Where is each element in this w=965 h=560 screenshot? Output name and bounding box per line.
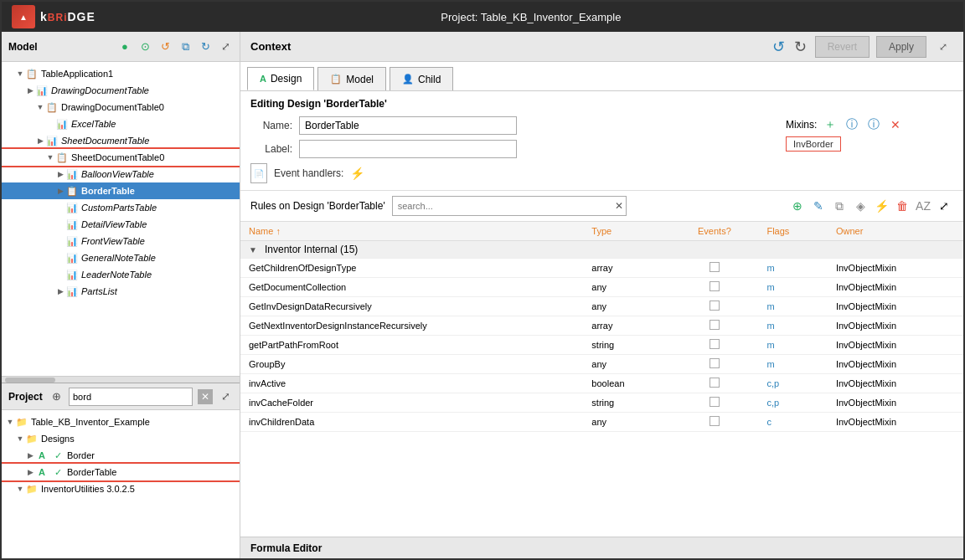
context-expand-icon[interactable]: ⤢ xyxy=(933,37,953,57)
project-item-inventorutilities[interactable]: ▼ 📁 InventorUtilities 3.0.2.5 xyxy=(2,480,240,497)
tree-toggle[interactable]: ▼ xyxy=(35,103,45,111)
checkbox-icon[interactable] xyxy=(710,262,720,272)
tree-item-frontviewtable[interactable]: 📊 FrontViewTable xyxy=(2,233,240,249)
checkbox-icon[interactable] xyxy=(710,301,720,311)
formula-label: Formula Editor xyxy=(250,542,322,554)
tree-item-drawingdocumenttable0[interactable]: ▼ 📋 DrawingDocumentTable0 xyxy=(2,99,240,116)
tree-item-tableapplication1[interactable]: ▼ 📋 TableApplication1 xyxy=(2,65,240,82)
project-item-designs[interactable]: ▼ 📁 Designs xyxy=(2,430,240,447)
rule-events[interactable] xyxy=(670,393,758,413)
col-flags[interactable]: Flags xyxy=(758,222,827,241)
tree-item-bordertable[interactable]: ▶ 📋 BorderTable xyxy=(2,182,240,199)
group-inventor-internal[interactable]: ▼ Inventor Internal (15) xyxy=(240,241,963,259)
table-row: GetDocumentCollection any m InvObjectMix… xyxy=(240,278,963,297)
project-item-border[interactable]: ▶ A ✓ Border xyxy=(2,447,240,464)
bolt-icon[interactable]: ⚡ xyxy=(350,167,364,180)
rule-events[interactable] xyxy=(670,374,758,393)
project-item-bordertable[interactable]: ▶ A ✓ BorderTable xyxy=(2,464,240,480)
rule-events[interactable] xyxy=(670,297,758,316)
model-expand-icon[interactable]: ⤢ xyxy=(218,39,233,54)
rule-events[interactable] xyxy=(670,259,758,278)
tab-model[interactable]: 📋 Model xyxy=(317,67,386,90)
tree-item-partslist[interactable]: ▶ 📊 PartsList xyxy=(2,283,240,300)
tree-toggle[interactable]: ▼ xyxy=(15,485,25,493)
checkbox-icon[interactable] xyxy=(710,416,720,426)
rule-events[interactable] xyxy=(670,413,758,432)
rules-search-clear-icon[interactable]: ✕ xyxy=(615,200,623,212)
tree-item-custompartstable[interactable]: 📊 CustomPartsTable xyxy=(2,199,240,216)
col-name[interactable]: Name ↑ xyxy=(240,222,583,241)
model-scrollbar[interactable] xyxy=(2,376,240,383)
rules-expand-icon[interactable]: ⤢ xyxy=(935,197,953,215)
tree-toggle[interactable]: ▶ xyxy=(55,187,65,195)
rules-search-input[interactable] xyxy=(392,196,627,216)
project-search-input[interactable] xyxy=(69,388,193,406)
checkbox-icon[interactable] xyxy=(710,320,720,330)
tree-item-sheetdocumenttable[interactable]: ▶ 📊 SheetDocumentTable xyxy=(2,132,240,149)
tree-label: DetailViewTable xyxy=(81,219,147,229)
project-search-clear[interactable]: ✕ xyxy=(198,389,213,404)
tree-toggle[interactable]: ▼ xyxy=(15,434,25,443)
project-item-root[interactable]: ▼ 📁 Table_KB_Inventor_Example xyxy=(2,414,240,430)
context-redo-icon[interactable]: ↻ xyxy=(793,39,808,54)
tab-design[interactable]: A Design xyxy=(247,67,314,90)
doc-icon[interactable]: 📄 xyxy=(250,163,267,183)
rule-events[interactable] xyxy=(670,355,758,374)
checkbox-icon[interactable] xyxy=(710,358,720,368)
group-toggle-icon[interactable]: ▼ xyxy=(249,245,257,254)
design-tabs: A Design 📋 Model 👤 Child xyxy=(240,62,963,91)
mixin-up-icon[interactable]: ⓘ xyxy=(844,116,860,133)
tree-toggle[interactable]: ▶ xyxy=(55,287,65,295)
rules-copy-icon[interactable]: ⧉ xyxy=(830,197,849,215)
project-icon-btn[interactable]: ⊕ xyxy=(49,389,64,404)
context-undo-icon[interactable]: ↺ xyxy=(771,39,787,54)
rule-events[interactable] xyxy=(670,278,758,297)
checkbox-icon[interactable] xyxy=(710,281,720,291)
tree-item-exceltable[interactable]: 📊 ExcelTable xyxy=(2,116,240,132)
tree-item-generalnotetable[interactable]: 📊 GeneralNoteTable xyxy=(2,249,240,266)
mixin-tag-invborder[interactable]: InvBorder xyxy=(786,136,841,152)
tree-item-sheetdocumenttable0[interactable]: ▼ 📋 SheetDocumentTable0 xyxy=(2,149,240,166)
mixin-info-icon[interactable]: ⓘ xyxy=(865,116,882,133)
tree-item-balloonviewtable[interactable]: ▶ 📊 BalloonViewTable xyxy=(2,166,240,182)
col-type[interactable]: Type xyxy=(583,222,670,241)
tree-item-leadernotetable[interactable]: 📊 LeaderNoteTable xyxy=(2,266,240,283)
tree-toggle[interactable]: ▶ xyxy=(25,86,35,95)
rules-sort-az-icon[interactable]: AZ xyxy=(914,197,932,215)
tree-toggle[interactable]: ▶ xyxy=(25,468,35,476)
checkbox-icon[interactable] xyxy=(710,378,720,388)
checkbox-icon[interactable] xyxy=(710,339,720,349)
rules-delete-icon[interactable]: 🗑 xyxy=(893,197,911,215)
balloon-icon: 📊 xyxy=(65,167,79,181)
tree-toggle[interactable]: ▼ xyxy=(45,153,55,162)
tree-toggle[interactable]: ▶ xyxy=(35,136,45,145)
tree-toggle[interactable]: ▼ xyxy=(5,418,15,426)
rules-move-icon[interactable]: ◈ xyxy=(851,197,870,215)
tree-item-detailviewtable[interactable]: 📊 DetailViewTable xyxy=(2,216,240,233)
tree-item-drawingdocumenttable[interactable]: ▶ 📊 DrawingDocumentTable xyxy=(2,82,240,99)
mixin-remove-icon[interactable]: ✕ xyxy=(887,116,904,133)
name-input[interactable] xyxy=(299,116,517,135)
model-copy-icon[interactable]: ⧉ xyxy=(178,39,193,54)
rules-edit-icon[interactable]: ✎ xyxy=(809,197,828,215)
rule-events[interactable] xyxy=(670,336,758,355)
model-undo-icon[interactable]: ↺ xyxy=(157,39,173,54)
rules-bolt-icon[interactable]: ⚡ xyxy=(872,197,890,215)
tree-toggle[interactable]: ▼ xyxy=(15,69,25,78)
project-expand-icon[interactable]: ⤢ xyxy=(218,389,233,404)
col-owner[interactable]: Owner xyxy=(828,222,963,241)
tab-child[interactable]: 👤 Child xyxy=(390,67,453,90)
label-input[interactable] xyxy=(299,140,517,158)
tree-toggle[interactable]: ▶ xyxy=(55,170,65,178)
mixin-add-icon[interactable]: ＋ xyxy=(822,116,839,133)
apply-button[interactable]: Apply xyxy=(876,36,926,58)
model-add-icon[interactable]: ● xyxy=(117,39,132,54)
checkbox-icon[interactable] xyxy=(710,397,720,407)
model-circle-icon[interactable]: ⊙ xyxy=(137,39,152,54)
col-events[interactable]: Events? xyxy=(670,222,758,241)
revert-button[interactable]: Revert xyxy=(815,36,870,58)
model-refresh-icon[interactable]: ↻ xyxy=(198,39,213,54)
tree-toggle[interactable]: ▶ xyxy=(25,451,35,460)
rules-add-icon[interactable]: ⊕ xyxy=(788,197,807,215)
rule-events[interactable] xyxy=(670,316,758,336)
